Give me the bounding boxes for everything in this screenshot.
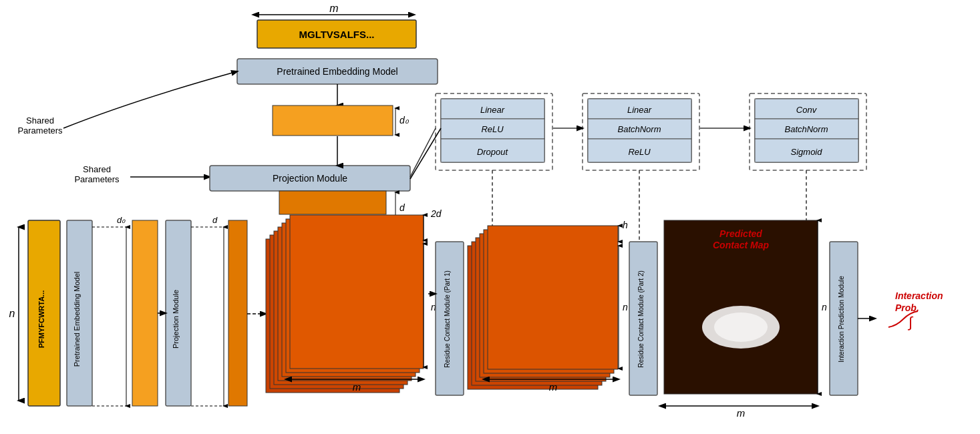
svg-rect-9 <box>273 105 393 136</box>
svg-text:Projection Module: Projection Module <box>172 290 180 349</box>
svg-text:Linear: Linear <box>480 105 505 115</box>
svg-text:m: m <box>353 381 361 393</box>
svg-text:Residue Contact Module (Part 1: Residue Contact Module (Part 1) <box>444 270 451 368</box>
svg-text:d₀: d₀ <box>399 115 410 126</box>
svg-text:Pretrained Embedding Model: Pretrained Embedding Model <box>73 272 81 367</box>
svg-rect-66 <box>228 220 247 406</box>
svg-text:Shared: Shared <box>26 116 54 126</box>
svg-text:d₀: d₀ <box>117 215 126 225</box>
architecture-diagram: m MGLTVSALFS... Pretrained Embedding Mod… <box>0 0 980 434</box>
svg-text:n: n <box>822 302 827 312</box>
svg-text:Contact Map: Contact Map <box>713 240 769 250</box>
svg-text:m: m <box>737 407 746 419</box>
svg-text:BatchNorm: BatchNorm <box>784 124 828 134</box>
svg-text:d: d <box>399 202 405 213</box>
svg-line-114 <box>410 128 436 177</box>
svg-text:n: n <box>9 308 15 319</box>
svg-text:d: d <box>212 215 218 225</box>
svg-text:n: n <box>623 302 628 312</box>
svg-rect-89 <box>488 226 618 369</box>
svg-text:Linear: Linear <box>627 105 652 115</box>
svg-text:2d: 2d <box>430 208 442 219</box>
svg-text:h: h <box>623 220 628 230</box>
svg-line-113 <box>410 128 441 179</box>
svg-text:Interaction: Interaction <box>895 290 943 301</box>
svg-rect-59 <box>132 220 158 406</box>
svg-text:m: m <box>329 3 338 14</box>
svg-text:ReLU: ReLU <box>628 147 651 157</box>
svg-text:Interaction Prediction Module: Interaction Prediction Module <box>838 276 845 363</box>
svg-text:Sigmoid: Sigmoid <box>791 147 823 157</box>
svg-rect-74 <box>290 215 424 369</box>
svg-text:Projection Module: Projection Module <box>273 173 347 184</box>
svg-text:Parameters: Parameters <box>74 174 120 184</box>
svg-text:BatchNorm: BatchNorm <box>617 124 661 134</box>
svg-text:Pretrained Embedding Model: Pretrained Embedding Model <box>277 66 397 77</box>
svg-text:Parameters: Parameters <box>17 126 63 136</box>
svg-text:Shared: Shared <box>83 164 111 174</box>
svg-point-100 <box>714 312 768 342</box>
svg-text:∫: ∫ <box>907 314 914 331</box>
svg-text:PFMYFCWRTA...: PFMYFCWRTA... <box>37 290 45 349</box>
svg-text:ReLU: ReLU <box>481 124 504 134</box>
svg-text:MGLTVSALFS...: MGLTVSALFS... <box>299 29 374 40</box>
svg-text:Residue Contact Module (Part 2: Residue Contact Module (Part 2) <box>637 270 645 368</box>
svg-text:m: m <box>549 381 558 393</box>
svg-text:Dropout: Dropout <box>477 147 509 157</box>
svg-text:Conv: Conv <box>796 105 818 115</box>
svg-rect-19 <box>279 191 386 214</box>
svg-text:Predicted: Predicted <box>719 228 762 239</box>
